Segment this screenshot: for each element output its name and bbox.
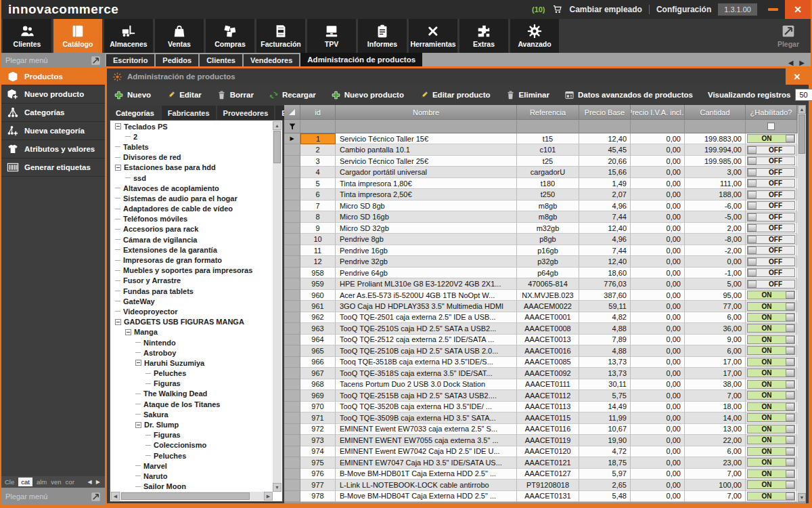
cell-nombre[interactable]: EMINENT EWENT EW7055 caja externa 3.5" .… <box>336 435 517 446</box>
cell-precio-iva[interactable]: 0,00 <box>631 234 685 245</box>
enabled-toggle[interactable]: ON <box>747 380 795 389</box>
tree-item[interactable]: Ataque de los Titanes <box>111 399 273 409</box>
cell-id[interactable]: 971 <box>300 412 336 423</box>
category-tab-fabricantes[interactable]: Fabricantes <box>162 106 216 120</box>
cell-id[interactable]: 10 <box>300 234 336 245</box>
cell-precio-iva[interactable]: 0,00 <box>631 480 685 490</box>
cell-precio-iva[interactable]: 0,00 <box>631 402 685 412</box>
scroll-up-icon[interactable]: ▲ <box>273 121 281 130</box>
tree-item[interactable]: Nintendo <box>111 337 273 347</box>
toolbar-button-borrar[interactable]: Borrar <box>217 90 254 100</box>
cell-precio-iva[interactable]: 0,00 <box>631 223 685 234</box>
tree-item[interactable]: Marvel <box>111 461 273 471</box>
cell-precio-iva[interactable]: 0,00 <box>631 245 685 256</box>
row-selector-cell[interactable] <box>284 278 300 289</box>
ribbon-item-tpv[interactable]: TPV <box>307 19 356 53</box>
cell-id[interactable]: 3 <box>300 156 336 167</box>
scroll-up-icon[interactable]: ▲ <box>798 105 806 114</box>
enabled-toggle[interactable]: ON <box>747 358 795 366</box>
enabled-toggle[interactable]: ON <box>747 425 795 433</box>
tree-item[interactable]: GateWay <box>111 296 273 306</box>
cell-cantidad[interactable]: 100,00 <box>685 480 746 490</box>
enabled-toggle[interactable]: ON <box>747 313 795 322</box>
cell-precio-iva[interactable]: 0,00 <box>631 457 685 468</box>
tree-item[interactable]: Figuras <box>111 430 273 440</box>
sidebar-collapse-bar-bottom[interactable]: Plegar menú <box>1 488 105 505</box>
enabled-toggle[interactable]: OFF <box>747 257 795 266</box>
tab-escritorio[interactable]: Escritorio <box>106 54 154 66</box>
collapse-ribbon-button[interactable]: Plegar <box>769 19 808 53</box>
cell-precio-iva[interactable]: 0,00 <box>631 368 685 379</box>
enabled-toggle[interactable]: OFF <box>747 268 795 277</box>
column-header-precioivaincl[interactable]: Precio I.V.A. incl... <box>631 105 685 120</box>
cell-precio-base[interactable]: 18,60 <box>579 268 631 278</box>
cell-nombre[interactable]: 3GO Caja HD HDPLAY353 3.5" Multimedia HD… <box>336 301 517 312</box>
cell-referencia[interactable]: t15 <box>517 133 579 144</box>
cell-id[interactable]: 959 <box>300 278 336 289</box>
cell-nombre[interactable]: Tinta impresora 2,50€ <box>336 189 517 200</box>
cell-referencia[interactable]: AAACET0127 <box>517 469 579 480</box>
cell-precio-base[interactable]: 13,73 <box>579 357 631 368</box>
sidebar-item-atributos-y-valores[interactable]: Atributos y valores <box>1 140 105 158</box>
cell-precio-base[interactable]: 18,75 <box>579 457 631 468</box>
ribbon-item-avanzado[interactable]: Avanzado <box>510 19 559 53</box>
table-row[interactable]: 975EMINENT EW7047 Caja HD 3.5" IDE/SATA … <box>284 457 798 468</box>
cell-cantidad[interactable]: 13,00 <box>685 424 746 435</box>
tree-item[interactable]: Dr. Slump <box>111 419 273 429</box>
cell-precio-iva[interactable]: 0,00 <box>631 301 685 312</box>
cell-precio-base[interactable]: 19,90 <box>579 435 631 446</box>
cell-id[interactable]: 973 <box>300 435 336 446</box>
cell-nombre[interactable]: Pendrive 32gb <box>336 256 517 267</box>
cell-cantidad[interactable]: 77,00 <box>685 301 746 312</box>
cell-precio-iva[interactable]: 0,00 <box>631 412 685 423</box>
cell-referencia[interactable]: t180 <box>517 178 579 189</box>
cell-cantidad[interactable]: -8,00 <box>685 234 746 245</box>
cell-precio-base[interactable]: 4,82 <box>579 312 631 323</box>
toolbar-button-editar[interactable]: Editar <box>166 90 202 100</box>
table-row[interactable]: 976B-Move BM-HDB01T Caja Externa HDD 2.5… <box>284 469 798 480</box>
cell-nombre[interactable]: TooQ TQE-2512 caja externa 2.5" IDE/SATA… <box>336 335 517 345</box>
cell-nombre[interactable]: L-Link LL-NOTEBOOK-LOCK cable antirrobo <box>336 480 517 490</box>
column-header-id[interactable]: id <box>300 105 336 120</box>
cell-precio-base[interactable]: 7,89 <box>579 335 631 345</box>
table-row[interactable]: 969TooQ TQE-2515B caja HD 2.5" SATA3 USB… <box>284 390 798 401</box>
cell-id[interactable]: 972 <box>300 424 336 435</box>
cell-nombre[interactable]: Micro SD 8gb <box>336 200 517 211</box>
ribbon-item-ventas[interactable]: Ventas <box>155 19 204 53</box>
column-header-preciobase[interactable]: Precio Base <box>579 105 631 120</box>
tree-item[interactable]: Manga <box>111 327 273 337</box>
row-selector-cell[interactable] <box>284 144 300 155</box>
table-row[interactable]: 968Tacens Portum Duo 2 USB 3.0 Dock Stat… <box>284 379 798 390</box>
cell-cantidad[interactable]: 0,00 <box>685 256 746 267</box>
cell-precio-iva[interactable]: 0,00 <box>631 290 685 301</box>
cell-nombre[interactable]: TooQ TQE-2510S caja HD 2.5" SATA a USB2.… <box>336 323 517 334</box>
scroll-down-icon[interactable]: ▼ <box>798 493 806 502</box>
cell-referencia[interactable]: AAACET0115 <box>517 412 579 423</box>
cell-nombre[interactable]: EMINENT EW7047 Caja HD 3.5" IDE/SATA US.… <box>336 457 517 468</box>
cell-cantidad[interactable]: 5,00 <box>685 278 746 289</box>
enabled-toggle[interactable]: ON <box>747 346 795 355</box>
enabled-toggle[interactable]: ON <box>747 413 795 422</box>
scroll-right-icon[interactable]: ▶ <box>264 492 273 501</box>
sidebar-item-categorías[interactable]: Categorías <box>1 104 105 122</box>
window-close-button[interactable]: ✕ <box>785 0 811 19</box>
cell-precio-base[interactable]: 387,60 <box>579 290 631 301</box>
cell-id[interactable]: 966 <box>300 357 336 368</box>
cell-referencia[interactable]: PT91208018 <box>517 480 579 490</box>
cell-precio-base[interactable]: 5,75 <box>579 390 631 401</box>
toolbar-button-nuevo-producto[interactable]: Nuevo producto <box>331 90 404 100</box>
cell-referencia[interactable]: p8gb <box>517 234 579 245</box>
scroll-down-icon[interactable]: ▼ <box>273 483 281 492</box>
cell-precio-iva[interactable]: 0,00 <box>631 156 685 167</box>
filter-cell[interactable] <box>685 120 746 133</box>
enabled-toggle[interactable]: OFF <box>747 190 795 199</box>
configuration-link[interactable]: Configuración <box>656 5 711 14</box>
cell-precio-base[interactable]: 1,49 <box>579 178 631 189</box>
cell-referencia[interactable]: AAACET0121 <box>517 457 579 468</box>
tree-item[interactable]: Videoproyector <box>111 306 273 316</box>
cell-referencia[interactable]: AAACET0113 <box>517 402 579 412</box>
enabled-toggle[interactable]: ON <box>747 480 795 489</box>
cell-cantidad[interactable]: -6,00 <box>685 200 746 211</box>
cell-referencia[interactable]: AAACET0092 <box>517 368 579 379</box>
row-selector-cell[interactable] <box>284 211 300 222</box>
